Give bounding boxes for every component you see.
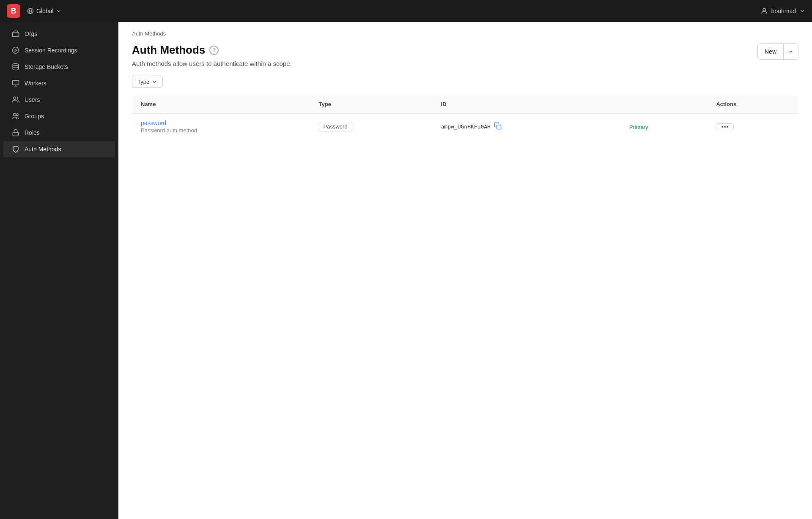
- svg-rect-13: [13, 132, 19, 136]
- svg-point-10: [14, 97, 16, 99]
- svg-rect-14: [497, 125, 501, 129]
- sidebar-users-label: Users: [25, 96, 40, 103]
- sidebar-item-session-recordings[interactable]: Session Recordings: [3, 42, 115, 58]
- svg-point-2: [763, 8, 765, 11]
- auth-methods-table: Name Type ID Actions password Password a…: [132, 95, 798, 140]
- copy-svg: [494, 122, 502, 130]
- page-title: Auth Methods ?: [132, 44, 292, 57]
- topnav-right[interactable]: bouhmad: [760, 7, 805, 15]
- sidebar-recordings-label: Session Recordings: [25, 47, 77, 54]
- user-chevron-icon: [799, 8, 805, 14]
- new-button-caret[interactable]: [784, 44, 798, 59]
- users-icon: [12, 96, 19, 104]
- col-actions: Actions: [708, 95, 798, 114]
- help-icon[interactable]: ?: [209, 46, 219, 55]
- cell-id: ampw_UGnHKFu0AH: [433, 114, 621, 140]
- sidebar-item-orgs[interactable]: Orgs: [3, 26, 115, 42]
- col-type: Type: [310, 95, 433, 114]
- cell-status: Primary: [621, 114, 708, 140]
- main-content: Auth Methods Auth Methods ? Auth methods…: [118, 22, 812, 519]
- new-button[interactable]: New: [757, 44, 798, 60]
- global-label: Global: [36, 8, 53, 14]
- svg-rect-3: [13, 32, 19, 37]
- global-selector[interactable]: Global: [27, 8, 62, 14]
- svg-point-6: [13, 64, 19, 66]
- dot1: [721, 126, 723, 128]
- table-header-row: Name Type ID Actions: [132, 95, 798, 114]
- svg-point-11: [14, 113, 16, 116]
- page-title-section: Auth Methods ? Auth methods allow users …: [132, 44, 292, 67]
- page-description: Auth methods allow users to authenticate…: [132, 60, 292, 67]
- sidebar-orgs-label: Orgs: [25, 30, 37, 37]
- sidebar-storage-label: Storage Buckets: [25, 63, 68, 70]
- col-id: ID: [433, 95, 621, 114]
- sidebar-groups-label: Groups: [25, 113, 44, 120]
- table-container: Name Type ID Actions password Password a…: [118, 95, 812, 140]
- id-cell: ampw_UGnHKFu0AH: [441, 122, 612, 131]
- page-header: Auth Methods ? Auth methods allow users …: [118, 37, 812, 76]
- table-row: password Password auth method Password a…: [132, 114, 798, 140]
- sidebar-auth-label: Auth Methods: [25, 146, 61, 153]
- user-label: bouhmad: [771, 8, 796, 14]
- sidebar-item-users[interactable]: Users: [3, 92, 115, 108]
- orgs-icon: [12, 30, 19, 38]
- sidebar-item-roles[interactable]: Roles: [3, 125, 115, 141]
- app-logo[interactable]: B: [7, 4, 20, 18]
- cell-actions: [708, 114, 798, 140]
- recordings-icon: [12, 46, 19, 54]
- breadcrumb: Auth Methods: [118, 22, 812, 37]
- auth-method-name-link[interactable]: password: [141, 120, 166, 126]
- primary-badge: Primary: [629, 124, 648, 130]
- new-chevron-icon: [788, 49, 794, 55]
- sidebar-item-storage-buckets[interactable]: Storage Buckets: [3, 59, 115, 75]
- sidebar-workers-label: Workers: [25, 80, 47, 87]
- storage-icon: [12, 63, 19, 71]
- chevron-down-icon: [56, 8, 62, 14]
- dot2: [724, 126, 726, 128]
- type-chevron-icon: [152, 79, 157, 85]
- id-value: ampw_UGnHKFu0AH: [441, 123, 491, 130]
- sidebar-item-groups[interactable]: Groups: [3, 108, 115, 124]
- svg-point-12: [16, 114, 19, 116]
- topnav-left: B Global: [7, 4, 62, 18]
- roles-icon: [12, 129, 19, 137]
- svg-marker-5: [15, 49, 17, 52]
- auth-icon: [12, 145, 19, 153]
- col-name: Name: [132, 95, 310, 114]
- filter-row: Type: [118, 76, 812, 95]
- sidebar: Orgs Session Recordings Storage Buckets …: [0, 22, 118, 519]
- dot3: [727, 126, 728, 128]
- type-badge: Password: [319, 122, 352, 131]
- new-button-label: New: [758, 44, 784, 59]
- col-status: [621, 95, 708, 114]
- copy-icon[interactable]: [494, 122, 502, 131]
- topnav: B Global bouhmad: [0, 0, 812, 22]
- svg-rect-7: [13, 80, 19, 85]
- groups-icon: [12, 112, 19, 120]
- sidebar-item-auth-methods[interactable]: Auth Methods: [3, 141, 115, 157]
- actions-button[interactable]: [716, 123, 734, 130]
- user-icon: [760, 7, 768, 15]
- cell-type: Password: [310, 114, 433, 140]
- type-filter-label: Type: [137, 79, 149, 85]
- auth-method-description: Password auth method: [141, 127, 302, 134]
- globe-icon: [27, 8, 34, 14]
- workers-icon: [12, 79, 19, 87]
- svg-point-4: [13, 47, 19, 54]
- sidebar-item-workers[interactable]: Workers: [3, 75, 115, 91]
- type-filter-button[interactable]: Type: [132, 76, 163, 88]
- main-layout: Orgs Session Recordings Storage Buckets …: [0, 22, 812, 519]
- cell-name: password Password auth method: [132, 114, 310, 140]
- sidebar-roles-label: Roles: [25, 129, 40, 136]
